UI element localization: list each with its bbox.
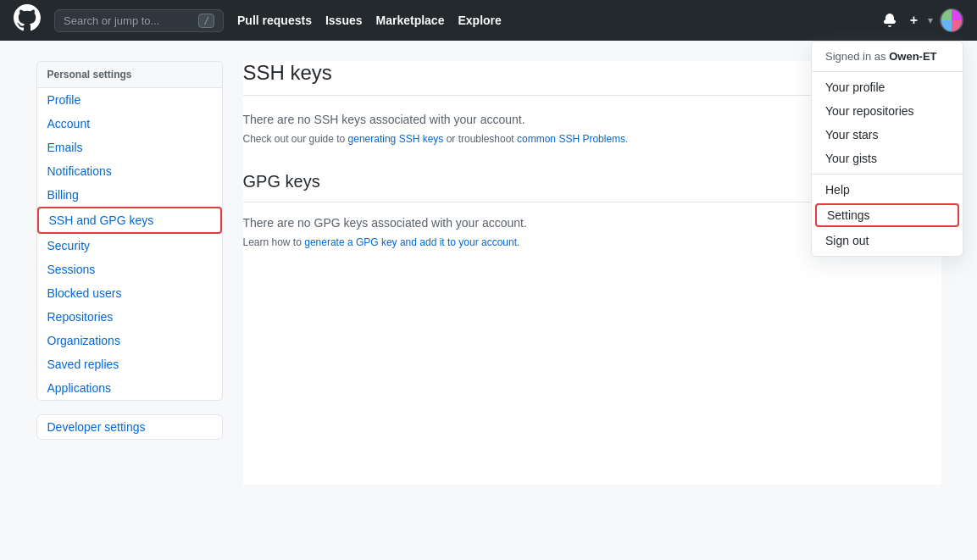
- personal-settings-group: Personal settings Profile Account Emails…: [36, 61, 223, 401]
- nav-explore[interactable]: Explore: [458, 14, 501, 27]
- sidebar-item-billing[interactable]: Billing: [37, 183, 222, 207]
- sidebar-item-emails[interactable]: Emails: [37, 136, 222, 159]
- dropdown-settings[interactable]: Settings: [815, 203, 959, 227]
- sidebar-item-repositories[interactable]: Repositories: [37, 305, 222, 329]
- sidebar-item-notifications[interactable]: Notifications: [37, 159, 222, 183]
- avatar[interactable]: [940, 8, 963, 32]
- sidebar-item-blocked-users[interactable]: Blocked users: [37, 281, 222, 305]
- gpg-learn-link[interactable]: generate a GPG key and add it to your ac…: [304, 236, 517, 248]
- nav-pull-requests[interactable]: Pull requests: [237, 14, 312, 27]
- dropdown-user-links: Your profile Your repositories Your star…: [812, 72, 963, 175]
- dropdown-your-stars[interactable]: Your stars: [812, 123, 963, 147]
- ssh-guide-link-2[interactable]: common SSH Problems: [517, 133, 625, 145]
- dropdown-username: Owen-ET: [889, 50, 936, 63]
- dropdown-your-profile[interactable]: Your profile: [812, 75, 963, 99]
- sidebar-item-applications[interactable]: Applications: [37, 376, 222, 400]
- nav-issues[interactable]: Issues: [325, 14, 363, 27]
- sidebar-item-saved-replies[interactable]: Saved replies: [37, 352, 222, 376]
- dropdown-signed-in: Signed in as Owen-ET: [812, 42, 963, 72]
- sidebar-item-account[interactable]: Account: [37, 112, 222, 136]
- search-bar[interactable]: Search or jump to... /: [54, 9, 224, 32]
- dropdown-sign-out[interactable]: Sign out: [812, 229, 963, 252]
- chevron-down-icon[interactable]: ▾: [928, 14, 933, 26]
- nav-marketplace[interactable]: Marketplace: [376, 14, 445, 27]
- header: Search or jump to... / Pull requests Iss…: [0, 0, 977, 41]
- personal-settings-title: Personal settings: [37, 62, 222, 88]
- header-actions: + ▾: [880, 8, 963, 32]
- notifications-button[interactable]: [880, 10, 900, 30]
- ssh-guide-link-1[interactable]: generating SSH keys: [348, 133, 444, 145]
- developer-settings-group: Developer settings: [36, 414, 223, 440]
- github-logo[interactable]: [14, 4, 41, 36]
- sidebar-item-developer-settings[interactable]: Developer settings: [37, 415, 222, 439]
- new-button[interactable]: +: [907, 9, 921, 31]
- sidebar-item-organizations[interactable]: Organizations: [37, 329, 222, 352]
- dropdown-help-links: Help Settings Sign out: [812, 175, 963, 256]
- sidebar-item-ssh-gpg-keys[interactable]: SSH and GPG keys: [37, 207, 222, 234]
- dropdown-help[interactable]: Help: [812, 178, 963, 202]
- dropdown-your-repositories[interactable]: Your repositories: [812, 99, 963, 123]
- sidebar-item-sessions[interactable]: Sessions: [37, 258, 222, 281]
- main-nav: Pull requests Issues Marketplace Explore: [237, 14, 866, 27]
- search-placeholder: Search or jump to...: [64, 14, 159, 27]
- sidebar: Personal settings Profile Account Emails…: [36, 61, 223, 453]
- user-dropdown-menu: Signed in as Owen-ET Your profile Your r…: [811, 41, 963, 257]
- sidebar-item-security[interactable]: Security: [37, 234, 222, 258]
- search-shortcut: /: [198, 14, 214, 28]
- dropdown-your-gists[interactable]: Your gists: [812, 147, 963, 170]
- sidebar-item-profile[interactable]: Profile: [37, 88, 222, 112]
